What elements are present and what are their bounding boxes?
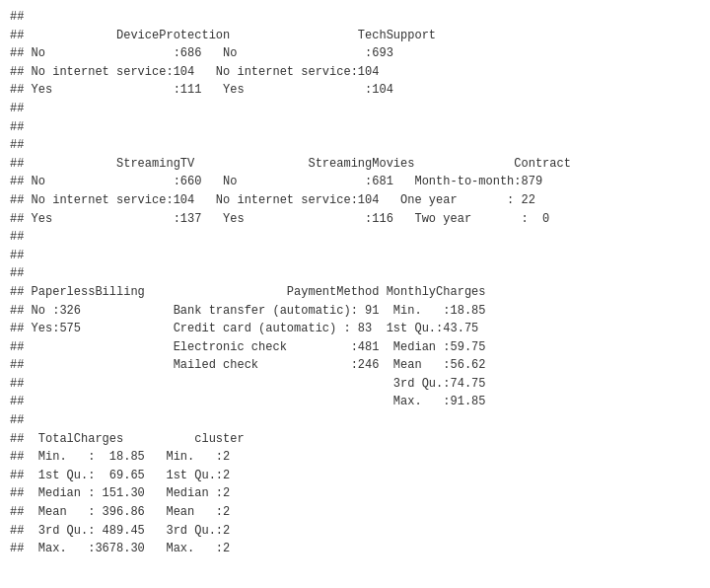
console-line: ## Mean : 396.86 Mean :2	[10, 503, 700, 522]
console-line: ##	[10, 264, 700, 283]
console-line: ## 3rd Qu.: 489.45 3rd Qu.:2	[10, 522, 700, 541]
console-line: ## Yes :137 Yes :116 Two year : 0	[10, 210, 700, 229]
console-line: ##	[10, 411, 700, 430]
console-line: ## 1st Qu.: 69.65 1st Qu.:2	[10, 467, 700, 485]
console-line: ##	[10, 228, 700, 247]
console-line: ## Yes :111 Yes :104	[10, 81, 700, 100]
console-line: ## Max. :91.85	[10, 393, 700, 411]
console-line: ## DeviceProtection TechSupport	[10, 27, 700, 45]
console-line: ## No :660 No :681 Month-to-month:879	[10, 173, 700, 191]
console-line: ## Min. : 18.85 Min. :2	[10, 448, 700, 467]
console-line: ## Yes:575 Credit card (automatic) : 83 …	[10, 320, 700, 338]
console-line: ## Electronic check :481 Median :59.75	[10, 338, 700, 357]
console-line: ## No :326 Bank transfer (automatic): 91…	[10, 302, 700, 321]
console-line: ## No internet service:104 No internet s…	[10, 191, 700, 210]
console-line: ## PaperlessBilling PaymentMethod Monthl…	[10, 283, 700, 302]
console-line: ##	[10, 8, 700, 27]
console-line: ##	[10, 247, 700, 265]
console-output-container: #### DeviceProtection TechSupport## No :…	[0, 0, 710, 566]
console-line: ##	[10, 118, 700, 137]
console-line: ##	[10, 136, 700, 155]
console-line: ## No internet service:104 No internet s…	[10, 63, 700, 82]
console-line: ## Mailed check :246 Mean :56.62	[10, 356, 700, 375]
console-line: ## TotalCharges cluster	[10, 430, 700, 449]
console-line: ## StreamingTV StreamingMovies Contract	[10, 155, 700, 174]
console-line: ## No :686 No :693	[10, 44, 700, 63]
console-line: ## 3rd Qu.:74.75	[10, 375, 700, 394]
console-line: ## Median : 151.30 Median :2	[10, 484, 700, 503]
console-line: ##	[10, 100, 700, 118]
console-line: ## Max. :3678.30 Max. :2	[10, 540, 700, 558]
